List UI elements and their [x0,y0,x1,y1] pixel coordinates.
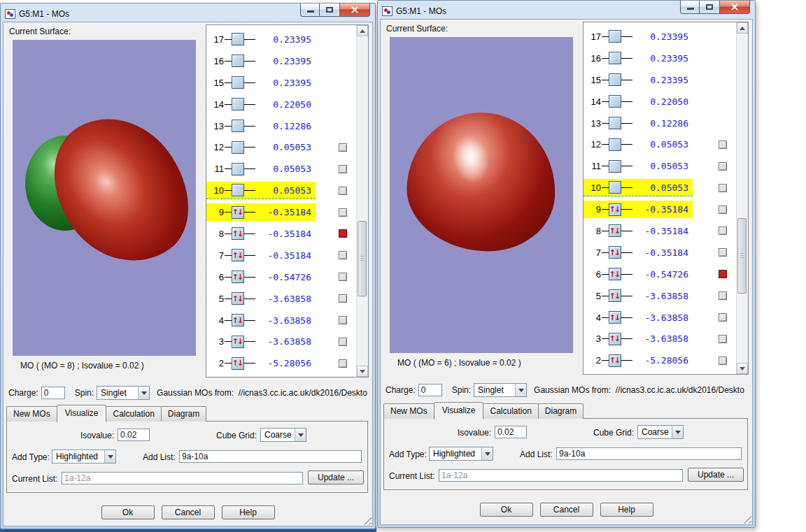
mo-row-main[interactable]: 140.22050 [584,93,693,110]
mo-level-box[interactable]: ↑↓ [232,206,244,219]
mo-display-checkbox[interactable] [339,294,347,303]
tab-diagram[interactable]: Diagram [538,403,584,419]
ok-button[interactable]: Ok [101,505,155,519]
mo-level-box[interactable]: ↑↓ [609,311,621,324]
mo-display-checkbox[interactable] [339,229,347,238]
cube-grid-dropdown[interactable]: Coarse [637,425,684,439]
add-type-dropdown[interactable]: Highlighted [52,450,116,463]
mo-row-main[interactable]: 160.23395 [206,52,316,70]
mo-level-box[interactable]: ↑↓ [232,292,244,305]
scroll-track[interactable] [357,36,368,366]
mo-level-box[interactable]: ↑↓ [609,246,621,259]
mo-level-box[interactable]: ↑↓ [609,224,621,237]
mo-display-checkbox[interactable] [339,208,347,217]
mo-level-box[interactable] [232,184,244,196]
mo-level-box[interactable] [609,160,621,173]
mo-row-main[interactable]: 8↑↓-0.35184 [206,225,316,243]
tab-calculation[interactable]: Calculation [483,403,538,419]
mo-row-main[interactable]: 170.23395 [584,28,693,45]
isovalue-input[interactable] [118,429,150,441]
mo-row-main[interactable]: 2↑↓-5.28056 [584,352,693,369]
tab-new-mos[interactable]: New MOs [383,403,434,419]
mo-level-box[interactable]: ↑↓ [232,249,244,261]
mo-row-main[interactable]: 6↑↓-0.54726 [206,268,316,286]
mo-row-main[interactable]: 100.05053 [206,182,316,199]
help-button[interactable]: Help [222,505,275,519]
mo-level-box[interactable] [232,76,244,89]
mo-viewport[interactable] [390,37,573,353]
mo-scrollbar[interactable] [356,25,368,377]
mo-level-box[interactable] [609,117,621,129]
mo-display-checkbox[interactable] [339,187,347,195]
mo-display-checkbox[interactable] [339,338,347,346]
charge-input[interactable] [41,387,65,399]
mo-display-checkbox[interactable] [339,251,347,259]
cancel-button[interactable]: Cancel [540,503,593,517]
maximize-button[interactable] [700,1,719,14]
isovalue-input[interactable] [495,426,527,438]
mo-level-box[interactable] [609,95,621,108]
mo-row-main[interactable]: 5↑↓-3.63858 [584,287,693,305]
tab-diagram[interactable]: Diagram [161,406,206,422]
add-list-input[interactable] [179,450,362,463]
mo-row-main[interactable]: 3↑↓-3.63858 [584,330,693,347]
mo-level-box[interactable]: ↑↓ [609,268,621,280]
scroll-thumb[interactable] [358,221,367,296]
mo-display-checkbox[interactable] [719,141,727,149]
mo-level-box[interactable] [609,181,621,194]
mo-display-checkbox[interactable] [339,273,347,281]
mo-level-box[interactable] [232,163,244,175]
mo-level-box[interactable] [609,138,621,151]
close-button[interactable] [339,3,370,17]
update-button[interactable]: Update ... [688,468,744,482]
spin-dropdown[interactable]: Singlet [474,383,527,397]
mo-display-checkbox[interactable] [339,316,347,324]
mo-level-box[interactable] [609,30,621,43]
mo-level-box[interactable]: ↑↓ [232,314,244,326]
current-list-input[interactable] [62,472,303,484]
tab-visualize[interactable]: Visualize [434,402,484,419]
mo-row-main[interactable]: 2↑↓-5.28056 [206,354,316,372]
mo-row-main[interactable]: 120.05053 [584,136,693,153]
minimize-button[interactable] [680,1,700,14]
mo-display-checkbox[interactable] [719,248,727,257]
mo-row-main[interactable]: 140.22050 [206,96,316,113]
mo-level-box[interactable]: ↑↓ [232,357,244,370]
mo-level-box[interactable] [609,73,621,86]
scroll-track[interactable] [737,34,748,363]
mo-row-main[interactable]: 110.05053 [584,157,693,175]
help-button[interactable]: Help [600,503,653,517]
add-type-dropdown[interactable]: Highlighted [429,447,493,461]
mo-row-main[interactable]: 170.23395 [206,31,316,48]
mo-row-main[interactable]: 100.05053 [584,179,693,196]
mo-row-main[interactable]: 6↑↓-0.54726 [584,266,693,283]
mo-row-main[interactable]: 9↑↓-0.35184 [206,203,316,221]
mo-row-main[interactable]: 4↑↓-3.63858 [206,312,316,329]
scroll-thumb[interactable] [737,218,747,294]
mo-display-checkbox[interactable] [719,270,727,278]
mo-row-main[interactable]: 7↑↓-0.35184 [584,244,693,261]
update-button[interactable]: Update ... [308,470,364,484]
mo-level-box[interactable] [232,55,244,67]
ok-button[interactable]: Ok [480,503,533,517]
mo-row-main[interactable]: 8↑↓-0.35184 [584,222,693,240]
mo-row-main[interactable]: 110.05053 [206,160,316,178]
mo-row-main[interactable]: 130.12286 [206,117,316,135]
add-list-input[interactable] [556,447,742,460]
mo-display-checkbox[interactable] [719,184,727,192]
mo-level-box[interactable]: ↑↓ [232,271,244,283]
mo-row-main[interactable]: 150.23395 [206,74,316,92]
mo-row-main[interactable]: 160.23395 [584,50,693,67]
mo-display-checkbox[interactable] [339,143,347,152]
mo-level-box[interactable]: ↑↓ [232,336,244,348]
mo-level-box[interactable]: ↑↓ [232,227,244,240]
mo-level-box[interactable]: ↑↓ [609,203,621,216]
mo-display-checkbox[interactable] [719,357,727,365]
mo-display-checkbox[interactable] [719,206,727,214]
mo-scrollbar[interactable] [736,22,748,374]
charge-input[interactable] [418,384,442,396]
mo-row-main[interactable]: 4↑↓-3.63858 [584,309,693,326]
mo-level-box[interactable]: ↑↓ [609,354,621,367]
mo-display-checkbox[interactable] [719,227,727,235]
titlebar[interactable]: G5:M1 - MOs [3,6,373,22]
